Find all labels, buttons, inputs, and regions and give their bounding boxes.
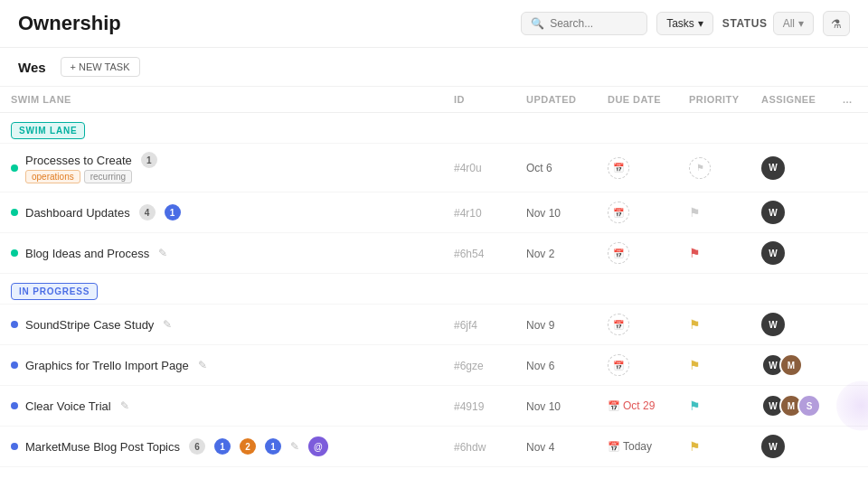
- search-icon: 🔍: [531, 17, 544, 30]
- task-id: #6h54: [443, 233, 515, 274]
- avatar: W: [761, 241, 785, 265]
- task-name-cell: MarketMuse Blog Post Topics 6 1 2 1 ✎ @: [0, 427, 443, 467]
- due-date-icon: 📅: [608, 314, 629, 335]
- avatar: W: [761, 313, 785, 336]
- task-updated: Nov 4: [515, 427, 597, 467]
- task-title: Graphics for Trello Import Page: [25, 359, 189, 372]
- col-header-priority: PRIORITY: [678, 87, 750, 113]
- edit-icon[interactable]: ✎: [158, 247, 167, 259]
- task-title: SoundStripe Case Study: [25, 318, 154, 332]
- task-more[interactable]: [832, 467, 868, 476]
- priority-flag-yellow: ⚑: [689, 317, 701, 332]
- col-header-more: ...: [832, 87, 868, 113]
- task-id: #4919: [443, 386, 515, 427]
- swim-lane-badge: SWIM LANE: [11, 122, 85, 139]
- task-assignee: W: [750, 144, 832, 192]
- edit-icon[interactable]: ✎: [198, 359, 207, 371]
- status-dot: [11, 249, 18, 257]
- task-assignee: W: [750, 305, 832, 345]
- status-dot: [11, 209, 18, 216]
- avatar-stack: W M: [761, 353, 821, 377]
- tasks-dropdown[interactable]: Tasks ▾: [656, 12, 713, 35]
- due-date-icon: 📅: [608, 242, 629, 264]
- avatar-stack: W M S: [761, 394, 821, 418]
- task-name-cell: Dashboard Updates 4 1: [0, 192, 443, 233]
- task-name-cell: Graphics for Trello Import Page ✎: [0, 345, 443, 386]
- search-box[interactable]: 🔍: [521, 12, 647, 35]
- table-row[interactable]: Processes to Create 1 operations recurri…: [0, 144, 868, 192]
- edit-icon[interactable]: ✎: [163, 318, 172, 331]
- task-name-cell: Processes to Create 1 operations recurri…: [0, 144, 443, 192]
- table-row[interactable]: Google Analytics Saturday Reports #3uhe …: [0, 467, 868, 476]
- task-badge-count: 1: [141, 152, 157, 168]
- priority-flag-teal: ⚑: [689, 399, 701, 413]
- new-task-button[interactable]: + NEW TASK: [61, 57, 140, 77]
- task-updated: Nov 10: [515, 386, 597, 427]
- in-progress-badge: IN PROGRESS: [11, 283, 98, 300]
- task-updated: Nov 6: [515, 345, 597, 386]
- calendar-icon: 📅: [608, 400, 620, 412]
- tag-operations: operations: [25, 170, 80, 183]
- priority-flag-yellow: ⚑: [689, 358, 701, 372]
- task-more[interactable]: [832, 192, 868, 233]
- task-more[interactable]: [832, 233, 868, 274]
- calendar-icon: 📅: [608, 441, 620, 453]
- task-updated: Nov 2: [515, 233, 597, 274]
- table-row[interactable]: Clear Voice Trial ✎ #4919 Nov 10 📅 Oct 2…: [0, 386, 868, 427]
- task-table-container: SWIM LANE ID UPDATED DUE DATE PRIORITY A…: [0, 87, 868, 475]
- task-updated: Nov 10: [515, 467, 597, 476]
- task-more[interactable]: [832, 386, 868, 427]
- search-input[interactable]: [550, 17, 622, 30]
- user-label: Wes: [18, 60, 46, 75]
- task-assignee: W: [750, 233, 832, 274]
- task-title: Blog Ideas and Process: [25, 247, 149, 260]
- col-header-id: ID: [443, 87, 515, 113]
- table-row[interactable]: Dashboard Updates 4 1 #4r10 Nov 10 📅 ⚑ W: [0, 192, 868, 233]
- badge-1a: 1: [214, 438, 231, 455]
- task-more[interactable]: [832, 144, 868, 192]
- chevron-icon: ▾: [698, 17, 703, 30]
- col-header-assignee: ASSIGNEE: [750, 87, 832, 113]
- table-row[interactable]: Blog Ideas and Process ✎ #6h54 Nov 2 📅 ⚑…: [0, 233, 868, 274]
- task-due: 📅: [597, 233, 678, 274]
- avatar: W: [761, 201, 785, 224]
- col-header-due: DUE DATE: [597, 87, 678, 113]
- task-id: #6gze: [443, 345, 515, 386]
- header: Ownership 🔍 Tasks ▾ STATUS All ▾ ⚗: [0, 0, 868, 48]
- chevron-down-icon: ▾: [798, 17, 804, 30]
- edit-icon[interactable]: ✎: [120, 399, 129, 412]
- status-dot: [11, 164, 18, 172]
- due-date-today: Today: [623, 440, 652, 453]
- task-priority: ⚑: [678, 144, 750, 192]
- task-name-cell: Blog Ideas and Process ✎: [0, 233, 443, 274]
- task-id: #4r10: [443, 192, 515, 233]
- task-more[interactable]: [832, 345, 868, 386]
- task-table: SWIM LANE ID UPDATED DUE DATE PRIORITY A…: [0, 87, 868, 475]
- task-id: #6jf4: [443, 305, 515, 345]
- task-more[interactable]: [832, 305, 868, 345]
- task-name-cell: Google Analytics Saturday Reports: [0, 467, 443, 476]
- status-filter: STATUS All ▾: [722, 12, 814, 35]
- table-header-row: SWIM LANE ID UPDATED DUE DATE PRIORITY A…: [0, 87, 868, 113]
- task-id: #4r0u: [443, 144, 515, 192]
- table-row[interactable]: Graphics for Trello Import Page ✎ #6gze …: [0, 345, 868, 386]
- table-row[interactable]: MarketMuse Blog Post Topics 6 1 2 1 ✎ @ …: [0, 427, 868, 467]
- filter-button[interactable]: ⚗: [823, 11, 850, 36]
- avatar: W: [761, 156, 785, 180]
- filter-icon: ⚗: [831, 17, 842, 31]
- edit-icon[interactable]: ✎: [290, 440, 299, 453]
- task-due: 📅: [597, 144, 678, 192]
- task-priority: ⚑: [678, 467, 750, 476]
- avatar: S: [797, 394, 821, 418]
- tag-recurring: recurring: [84, 170, 132, 183]
- task-more[interactable]: [832, 427, 868, 467]
- col-header-swimlane: SWIM LANE: [0, 87, 443, 113]
- table-row[interactable]: SoundStripe Case Study ✎ #6jf4 Nov 9 📅 ⚑…: [0, 305, 868, 345]
- task-name-cell: SoundStripe Case Study ✎: [0, 305, 443, 345]
- status-dropdown[interactable]: All ▾: [773, 12, 814, 35]
- task-priority: ⚑: [678, 386, 750, 427]
- priority-flag-none: ⚑: [689, 205, 701, 220]
- avatar: M: [779, 353, 803, 377]
- task-assignee: W: [750, 192, 832, 233]
- task-due: 📅 Sunday: [597, 467, 678, 476]
